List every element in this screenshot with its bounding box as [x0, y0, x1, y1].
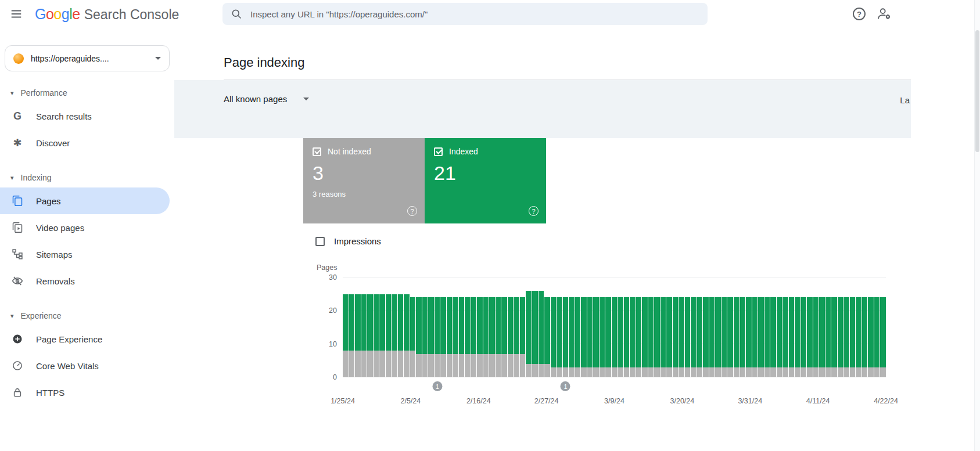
chart-bar[interactable]	[605, 277, 611, 377]
chart-bar[interactable]	[734, 277, 740, 377]
url-inspect-bar[interactable]	[222, 3, 708, 25]
reasons-link[interactable]: 3 reasons	[313, 190, 415, 199]
chart-bar[interactable]	[489, 277, 495, 377]
section-header-indexing[interactable]: ▾ Indexing	[0, 168, 174, 187]
chart-bar[interactable]	[789, 277, 795, 377]
chart-bar[interactable]	[422, 277, 428, 377]
chart-bar[interactable]	[447, 277, 453, 377]
chart-bar[interactable]	[868, 277, 874, 377]
url-inspect-input[interactable]	[249, 9, 699, 20]
chart-bar[interactable]	[496, 277, 501, 377]
page-filter-dropdown[interactable]: All known pages	[224, 94, 309, 104]
chart-bar[interactable]	[526, 277, 532, 377]
chart-bar[interactable]	[636, 277, 642, 377]
chart-bar[interactable]	[477, 277, 483, 377]
not-indexed-checkbox[interactable]	[313, 147, 321, 156]
chart-bar[interactable]	[679, 277, 684, 377]
chart-bar[interactable]	[587, 277, 593, 377]
chart-bar[interactable]	[410, 277, 416, 377]
hamburger-menu-button[interactable]	[3, 1, 29, 27]
chart-bar[interactable]	[666, 277, 672, 377]
chart-bar[interactable]	[551, 277, 557, 377]
chart-bar[interactable]	[581, 277, 587, 377]
chart-bar[interactable]	[862, 277, 868, 377]
chart-bar[interactable]	[654, 277, 660, 377]
chart-bar[interactable]	[673, 277, 679, 377]
chart-bar[interactable]	[483, 277, 489, 377]
chart-bar[interactable]	[838, 277, 843, 377]
chart-bar[interactable]	[471, 277, 477, 377]
chart-bar[interactable]	[782, 277, 788, 377]
user-settings-button[interactable]	[872, 1, 898, 27]
sidebar-item-https[interactable]: HTTPS	[0, 379, 170, 406]
chart-bar[interactable]	[727, 277, 733, 377]
chart-bar[interactable]	[374, 277, 379, 377]
chart-bar[interactable]	[825, 277, 831, 377]
chart-bar[interactable]	[801, 277, 807, 377]
section-header-performance[interactable]: ▾ Performance	[0, 83, 174, 103]
chart-bar[interactable]	[648, 277, 654, 377]
chart-bar[interactable]	[392, 277, 397, 377]
chart-bar[interactable]	[416, 277, 422, 377]
help-icon[interactable]: ?	[407, 206, 417, 216]
chart-bar[interactable]	[600, 277, 605, 377]
chart-bar[interactable]	[777, 277, 782, 377]
sidebar-item-core-web-vitals[interactable]: Core Web Vitals	[0, 352, 170, 379]
chart-bar[interactable]	[501, 277, 507, 377]
issue-marker[interactable]: 1	[561, 381, 570, 391]
chart-bar[interactable]	[697, 277, 703, 377]
sidebar-item-discover[interactable]: ✱ Discover	[0, 129, 170, 156]
chart-bar[interactable]	[465, 277, 471, 377]
chart-bar[interactable]	[355, 277, 361, 377]
chart-bar[interactable]	[453, 277, 458, 377]
impressions-toggle[interactable]: Impressions	[315, 236, 980, 246]
impressions-checkbox[interactable]	[315, 237, 325, 246]
chart-bar[interactable]	[831, 277, 837, 377]
chart-bar[interactable]	[819, 277, 825, 377]
chart-bar[interactable]	[343, 277, 349, 377]
chart-bar[interactable]	[795, 277, 800, 377]
sidebar-item-removals[interactable]: Removals	[0, 268, 170, 294]
chart-bar[interactable]	[630, 277, 636, 377]
section-header-experience[interactable]: ▾ Experience	[0, 306, 174, 326]
chart-bar[interactable]	[379, 277, 385, 377]
chart-bar[interactable]	[428, 277, 434, 377]
property-selector[interactable]: https://operaguides....	[5, 45, 170, 71]
chart-bar[interactable]	[807, 277, 813, 377]
chart-bar[interactable]	[850, 277, 856, 377]
chart-bar[interactable]	[715, 277, 721, 377]
sidebar-item-video-pages[interactable]: Video pages	[0, 214, 170, 241]
chart-bar[interactable]	[514, 277, 519, 377]
chart-bar[interactable]	[685, 277, 691, 377]
chart-bar[interactable]	[404, 277, 410, 377]
indexed-card[interactable]: Indexed 21 ?	[425, 138, 546, 223]
chart-bar[interactable]	[435, 277, 440, 377]
help-button[interactable]: ?	[846, 1, 872, 27]
chart-bar[interactable]	[660, 277, 666, 377]
issue-marker[interactable]: 1	[432, 381, 442, 391]
chart-bar[interactable]	[746, 277, 752, 377]
chart-bar[interactable]	[642, 277, 648, 377]
chart-bar[interactable]	[532, 277, 538, 377]
chart-bar[interactable]	[758, 277, 764, 377]
chart-bar[interactable]	[459, 277, 465, 377]
chart-bar[interactable]	[398, 277, 404, 377]
chart-bar[interactable]	[618, 277, 623, 377]
chart-bar[interactable]	[349, 277, 355, 377]
chart-bar[interactable]	[764, 277, 770, 377]
chart-bar[interactable]	[703, 277, 709, 377]
chart-bar[interactable]	[544, 277, 550, 377]
chart-bar[interactable]	[813, 277, 819, 377]
chart-bar[interactable]	[508, 277, 514, 377]
chart-bar[interactable]	[709, 277, 715, 377]
sidebar-item-pages[interactable]: Pages	[0, 187, 170, 214]
chart-bar[interactable]	[367, 277, 373, 377]
indexed-checkbox[interactable]	[434, 147, 443, 156]
chart-bar[interactable]	[624, 277, 630, 377]
chart-bar[interactable]	[740, 277, 746, 377]
chart-bar[interactable]	[770, 277, 776, 377]
app-logo[interactable]: Google Search Console	[35, 6, 179, 23]
chart-bar[interactable]	[563, 277, 569, 377]
chart-bar[interactable]	[721, 277, 727, 377]
chart-bar[interactable]	[880, 277, 886, 377]
